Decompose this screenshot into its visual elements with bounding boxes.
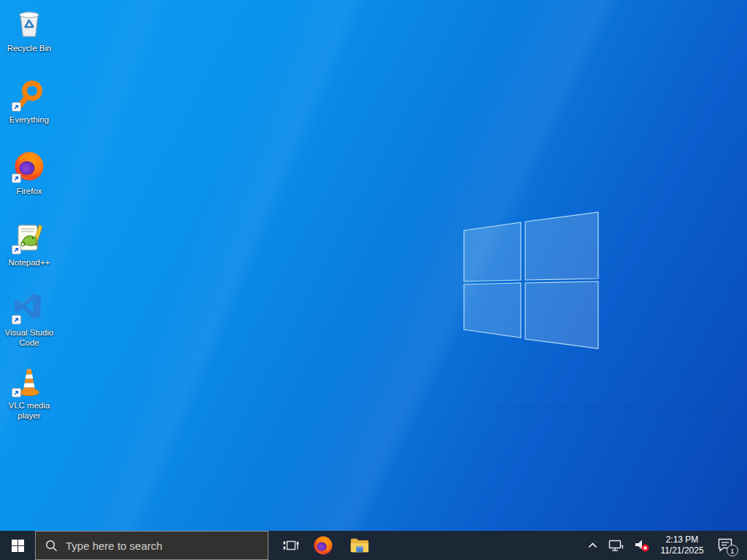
notepad-icon (13, 222, 45, 254)
system-tray: 2:13 PM 11/21/2025 1 (584, 531, 747, 560)
taskbar-clock[interactable]: 2:13 PM 11/21/2025 (657, 533, 708, 558)
desktop-icon-recycle-bin[interactable]: Recycle Bin (1, 7, 57, 53)
recycle-bin-icon (13, 7, 45, 39)
desktop-icon-label: Visual Studio Code (2, 327, 56, 348)
desktop-icon-notepad-plus-plus[interactable]: Notepad++ (1, 222, 57, 268)
tray-overflow-button[interactable] (584, 531, 602, 560)
task-view-button[interactable] (275, 531, 307, 560)
shortcut-arrow-icon (12, 315, 21, 324)
vscode-icon (13, 292, 45, 324)
desktop-icon-visual-studio-code[interactable]: Visual Studio Code (1, 292, 57, 348)
network-icon (608, 539, 624, 553)
desktop-icon-everything[interactable]: Everything (1, 79, 57, 125)
desktop-icon-firefox[interactable]: Firefox (1, 150, 57, 196)
firefox-icon (13, 150, 45, 182)
chevron-up-icon (587, 541, 598, 551)
taskbar-firefox-button[interactable] (307, 531, 339, 560)
shortcut-arrow-icon (12, 102, 21, 112)
desktop-icon-label: Firefox (16, 186, 42, 196)
folder-icon (349, 537, 370, 554)
desktop-icon-label: Recycle Bin (7, 43, 52, 53)
start-button[interactable] (0, 531, 35, 560)
search-icon (45, 540, 58, 552)
firefox-icon (313, 535, 333, 556)
file-explorer-button[interactable] (344, 531, 376, 560)
orange-magnifier-icon (13, 79, 45, 111)
clock-time: 2:13 PM (657, 534, 708, 545)
shortcut-arrow-icon (12, 245, 21, 254)
notification-count-badge: 1 (727, 545, 738, 556)
desktop-icon-label: Notepad++ (9, 257, 50, 268)
desktop-icon-label: Everything (9, 114, 49, 125)
volume-button[interactable] (630, 531, 654, 560)
desktop-icon-vlc[interactable]: VLC media player (1, 365, 57, 421)
network-status-button[interactable] (605, 531, 627, 560)
desktop[interactable]: Recycle Bin Everything (0, 0, 747, 531)
desktop-icon-label: VLC media player (2, 400, 56, 421)
wallpaper-streak (471, 408, 738, 408)
windows-logo-icon (12, 540, 24, 552)
task-view-icon (282, 537, 300, 554)
wallpaper-windows-logo-icon (438, 197, 627, 372)
taskbar-search[interactable] (35, 531, 268, 560)
volume-muted-icon (634, 538, 650, 553)
action-center-button[interactable]: 1 (711, 531, 740, 560)
clock-date: 11/21/2025 (657, 545, 708, 556)
search-input[interactable] (66, 540, 255, 552)
shortcut-arrow-icon (12, 388, 21, 397)
traffic-cone-icon (13, 365, 45, 397)
taskbar: 2:13 PM 11/21/2025 1 (0, 531, 747, 560)
shortcut-arrow-icon (12, 174, 21, 183)
